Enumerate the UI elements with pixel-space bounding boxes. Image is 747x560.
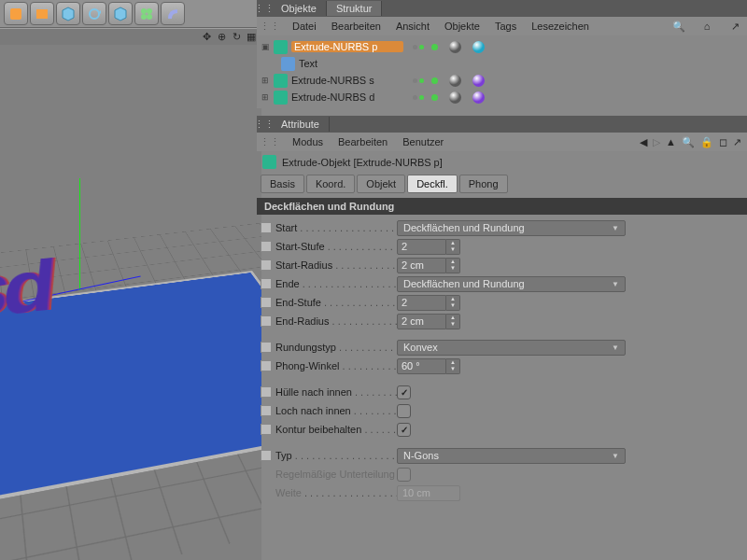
tag-ball[interactable]: [449, 75, 461, 87]
tag-ball[interactable]: [472, 75, 485, 87]
grip-icon[interactable]: ⋮⋮: [262, 21, 277, 33]
tag-ball[interactable]: [449, 41, 461, 53]
label-loch: Loch nach innen: [275, 405, 397, 416]
viewport-3d[interactable]: ✥ ⊕ ↻ ▦ sd: [0, 28, 261, 560]
viewport-header: ✥ ⊕ ↻ ▦: [0, 28, 261, 45]
label-weite: Weite: [275, 487, 397, 498]
label-huelle: Hülle nach innen: [275, 386, 397, 398]
text-icon: [281, 57, 295, 71]
input-start-radius[interactable]: ▲▼: [397, 258, 460, 273]
tree-item-extrude-s[interactable]: ⊞ Extrude-NURBS s: [261, 72, 743, 89]
search-icon[interactable]: 🔍: [672, 20, 685, 33]
objects-menu: ⋮⋮ Datei Bearbeiten Ansicht Objekte Tags…: [257, 17, 747, 35]
svg-rect-2: [36, 9, 48, 12]
menu-ansicht[interactable]: Ansicht: [396, 21, 430, 32]
label-regel: Regelmäßige Unterteilung: [275, 469, 397, 480]
menu-objekte[interactable]: Objekte: [444, 21, 480, 32]
popout-icon[interactable]: ↗: [728, 20, 741, 33]
dropdown-start[interactable]: Deckflächen und Rundung▼: [397, 220, 626, 236]
toolbar-btn-rotate[interactable]: [82, 2, 106, 25]
tab-struktur[interactable]: Struktur: [327, 1, 383, 16]
attribute-tabs: ⋮⋮ Attribute: [257, 116, 747, 133]
move-icon[interactable]: ✥: [200, 31, 213, 44]
zoom-icon[interactable]: ⊕: [215, 31, 228, 44]
tree-item-extrude-d[interactable]: ⊞ Extrude-NURBS d: [261, 89, 743, 105]
grip-icon[interactable]: ⋮⋮: [257, 119, 272, 131]
menu-tags[interactable]: Tags: [495, 21, 516, 32]
viewport-canvas[interactable]: sd: [0, 45, 261, 560]
menu-benutzer[interactable]: Benutzer: [402, 136, 444, 147]
label-start-radius: Start-Radius: [275, 259, 397, 271]
input-weite-disabled: 10 cm: [397, 485, 460, 501]
nav-up-icon[interactable]: ▲: [666, 136, 676, 147]
label-kontur: Kontur beibehalten: [275, 424, 397, 435]
nav-next-icon[interactable]: ▷: [653, 136, 660, 148]
dropdown-typ[interactable]: N-Gons▼: [397, 448, 626, 464]
tree-item-text[interactable]: Text: [261, 55, 743, 72]
toolbar-btn-1[interactable]: [4, 2, 28, 25]
expand-icon[interactable]: ⊞: [261, 76, 270, 85]
home-icon[interactable]: ⌂: [700, 20, 713, 33]
tree-item-extrude-p[interactable]: ▣ Extrude-NURBS p: [261, 38, 743, 55]
section-header: Deckflächen und Rundung: [257, 198, 747, 215]
popout-icon[interactable]: ↗: [733, 136, 741, 148]
label-end-stufe: End-Stufe: [275, 297, 397, 308]
svg-point-7: [147, 14, 152, 20]
input-end-stufe[interactable]: ▲▼: [397, 295, 460, 311]
label-typ: Typ: [275, 450, 397, 461]
new-icon[interactable]: ◻: [719, 136, 727, 148]
tag-ball[interactable]: [449, 91, 461, 104]
menu-lesezeichen[interactable]: Lesezeichen: [531, 21, 589, 32]
object-header: Extrude-Objekt [Extrude-NURBS p]: [257, 151, 747, 173]
toolbar-btn-cube[interactable]: [56, 2, 80, 25]
expand-icon[interactable]: ⊞: [261, 92, 270, 102]
nurbs-icon: [274, 91, 288, 105]
svg-rect-0: [10, 8, 21, 20]
dropdown-rundungstyp[interactable]: Konvex▼: [397, 340, 626, 356]
input-start-stufe[interactable]: ▲▼: [397, 239, 460, 255]
subtab-koord[interactable]: Koord.: [306, 175, 355, 193]
toolbar-btn-cube2[interactable]: [108, 2, 133, 25]
menu-bearbeiten[interactable]: Bearbeiten: [331, 21, 381, 32]
menu-bearbeiten[interactable]: Bearbeiten: [338, 136, 388, 147]
nav-prev-icon[interactable]: ◀: [640, 136, 647, 148]
layout-icon[interactable]: ▦: [245, 31, 258, 44]
rotate-icon[interactable]: ↻: [230, 31, 243, 44]
dropdown-ende[interactable]: Deckflächen und Rundung▼: [397, 276, 626, 292]
input-end-radius[interactable]: ▲▼: [397, 314, 460, 329]
checkbox-loch[interactable]: [397, 404, 411, 418]
menu-modus[interactable]: Modus: [292, 136, 323, 147]
toolbar-btn-green[interactable]: [134, 2, 159, 25]
subtab-basis[interactable]: Basis: [261, 175, 304, 193]
grip-icon[interactable]: ⋮⋮: [257, 3, 272, 15]
nurbs-icon: [274, 40, 288, 54]
objects-tabs: ⋮⋮ Objekte Struktur: [257, 0, 747, 17]
toolbar-btn-2[interactable]: [30, 2, 54, 25]
search-icon[interactable]: 🔍: [682, 136, 695, 148]
svg-point-6: [141, 14, 147, 20]
tag-ball[interactable]: [472, 91, 485, 104]
subtab-phong[interactable]: Phong: [459, 175, 508, 193]
subtab-objekt[interactable]: Objekt: [357, 175, 405, 193]
subtab-deckfl[interactable]: Deckfl.: [407, 175, 458, 193]
menu-datei[interactable]: Datei: [292, 21, 317, 32]
svg-point-5: [147, 8, 152, 14]
label-start: Start: [275, 222, 397, 233]
tab-objekte[interactable]: Objekte: [272, 1, 327, 16]
input-phong-winkel[interactable]: ▲▼: [397, 358, 460, 374]
checkbox-kontur[interactable]: ✓: [397, 423, 411, 437]
properties: Start Deckflächen und Rundung▼ Start-Stu…: [257, 215, 747, 506]
checkbox-huelle[interactable]: ✓: [397, 385, 411, 399]
toolbar-btn-last[interactable]: [187, 2, 200, 25]
toolbar-btn-bend[interactable]: [161, 2, 185, 25]
nurbs-icon: [274, 74, 288, 88]
collapse-icon[interactable]: ▣: [261, 42, 270, 51]
label-rundungstyp: Rundungstyp: [275, 342, 397, 353]
lock-icon[interactable]: 🔒: [700, 136, 713, 148]
grip-icon[interactable]: ⋮⋮: [262, 136, 277, 148]
right-panel: ⋮⋮ Objekte Struktur ⋮⋮ Datei Bearbeiten …: [257, 0, 747, 506]
tag-ball[interactable]: [472, 41, 485, 53]
checkbox-regel: [397, 468, 411, 482]
tab-attribute[interactable]: Attribute: [272, 117, 330, 132]
label-end-radius: End-Radius: [275, 315, 397, 327]
